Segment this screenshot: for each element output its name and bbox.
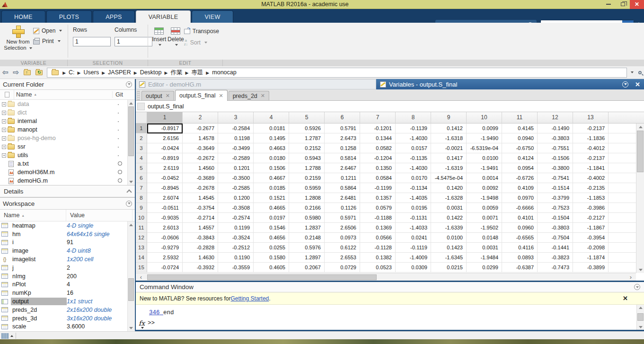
cell[interactable]: -0.0606 (147, 233, 183, 243)
new-from-selection-button[interactable]: New from Selection (3, 25, 33, 59)
row-header-10[interactable]: 10 (136, 213, 147, 223)
cell[interactable]: 0.1199 (218, 223, 254, 233)
cell[interactable]: 0.2148 (289, 233, 325, 243)
cell[interactable]: -1.4033 (396, 223, 431, 233)
column-header-13[interactable]: 13 (573, 112, 609, 123)
panel-menu-icon[interactable] (126, 81, 132, 88)
cell[interactable]: -0.2678 (183, 183, 218, 193)
cell[interactable]: -0.1441 (538, 243, 573, 253)
cell[interactable]: 0.1126 (325, 203, 360, 213)
cell[interactable]: -0.2677 (183, 123, 218, 133)
row-header-9[interactable]: 9 (136, 203, 147, 213)
cell[interactable]: 1.2787 (289, 133, 325, 143)
browse-folder-icon[interactable]: ↻ (35, 70, 43, 75)
folder-item-dict[interactable]: +dict (0, 108, 135, 117)
cell[interactable]: -1.9502 (467, 223, 502, 233)
minimize-button[interactable] (601, 0, 616, 9)
cell[interactable]: -1.6328 (431, 193, 467, 203)
column-header-4[interactable]: 4 (254, 112, 289, 123)
scrollbar-thumb[interactable] (147, 274, 377, 280)
cell[interactable]: 0.2166 (289, 203, 325, 213)
cell[interactable]: 0.0582 (360, 143, 396, 153)
workspace-var-nImg[interactable]: nImg200 (0, 272, 135, 281)
cell[interactable]: 0.0031 (431, 203, 467, 213)
cell[interactable]: 0.0973 (325, 233, 360, 243)
breadcrumb-segment[interactable]: monocap (210, 69, 238, 76)
folder-item-ssr[interactable]: +ssr (0, 142, 135, 151)
cell[interactable]: -0.2589 (218, 153, 254, 163)
breadcrumb-segment[interactable]: 專題 (189, 69, 205, 76)
expand-icon[interactable]: + (2, 119, 6, 123)
cell[interactable]: 0.5791 (325, 123, 360, 133)
cell[interactable]: -1.6339 (431, 223, 467, 233)
cell[interactable]: 0.0059 (467, 203, 502, 213)
row-header-4[interactable]: 4 (136, 153, 147, 163)
cell[interactable]: -0.3689 (183, 173, 218, 183)
breadcrumb[interactable]: ▶C:▶Users▶JASPER▶Desktop▶作業▶專題▶monocap (47, 68, 627, 78)
banner-close-icon[interactable]: ✕ (623, 295, 640, 302)
close-button[interactable]: ✕ (630, 0, 644, 9)
cell[interactable]: 0.4101 (502, 213, 538, 223)
cell[interactable]: 0.4145 (502, 123, 538, 133)
expand-icon[interactable]: + (2, 111, 6, 115)
cell[interactable]: 0.0157 (396, 143, 431, 153)
cell[interactable]: -0.2585 (218, 183, 254, 193)
folder-item-internal[interactable]: +internal (0, 117, 135, 125)
column-header-11[interactable]: 11 (502, 112, 538, 123)
breadcrumb-segment[interactable]: 作業 (168, 69, 184, 76)
insert-button[interactable]: Insert (151, 25, 168, 59)
cell[interactable]: -0.6387 (502, 263, 538, 273)
column-header-5[interactable]: 5 (289, 112, 325, 123)
cell[interactable]: -0.3649 (183, 143, 218, 153)
cell[interactable]: -1.9498 (467, 193, 502, 203)
expand-icon[interactable]: + (2, 102, 6, 106)
cell[interactable]: 0.5864 (325, 183, 360, 193)
table-vertical-scrollbar[interactable] (636, 123, 644, 273)
cell[interactable]: -1.4030 (396, 163, 431, 173)
cell[interactable]: 0.0893 (502, 253, 538, 263)
function-hints-icon[interactable]: fx (139, 319, 145, 327)
variables-title-bar[interactable]: Variables - output.S_final ✕ (376, 79, 644, 89)
panel-menu-icon[interactable] (634, 284, 640, 290)
cell[interactable]: -0.0021 (431, 143, 467, 153)
cell[interactable]: 0.4656 (254, 233, 289, 243)
cell[interactable]: -0.6750 (502, 143, 538, 153)
cell[interactable]: -0.7541 (538, 173, 573, 183)
open-button[interactable]: Open (33, 27, 62, 34)
cell[interactable]: -0.1204 (360, 153, 396, 163)
breadcrumb-segment[interactable]: Users (82, 69, 101, 76)
folder-item-data[interactable]: +data (0, 100, 135, 108)
row-header-13[interactable]: 13 (136, 243, 147, 253)
folder-item-demoH36M.m[interactable]: demoH36M.m (0, 168, 135, 176)
folder-item-demoHG.m[interactable]: demoHG.m (0, 176, 135, 185)
cell[interactable]: 1.4578 (183, 133, 218, 143)
cell[interactable]: 0.5959 (289, 183, 325, 193)
cell[interactable]: -0.2714 (183, 213, 218, 223)
scroll-right-icon[interactable]: › (626, 274, 636, 281)
cell[interactable]: 2.6481 (325, 193, 360, 203)
expand-icon[interactable]: + (2, 128, 6, 132)
cell[interactable]: -0.2828 (183, 243, 218, 253)
workspace-var-scale[interactable]: scale3.6000 (0, 323, 135, 331)
cell[interactable]: 0.5976 (289, 243, 325, 253)
cell[interactable]: -0.8917 (147, 123, 183, 133)
cell[interactable]: -0.1201 (360, 123, 396, 133)
cell[interactable]: -0.1134 (396, 183, 431, 193)
cell[interactable]: 2.5932 (147, 253, 183, 263)
cell[interactable]: -1.9491 (467, 163, 502, 173)
cell[interactable]: -0.6565 (502, 233, 538, 243)
cell[interactable]: -0.3986 (573, 203, 609, 213)
workspace-var-numKp[interactable]: numKp16 (0, 289, 135, 297)
cell[interactable]: -1.6319 (431, 163, 467, 173)
close-panel-icon[interactable]: ✕ (635, 81, 640, 88)
ribbon-tab-view[interactable]: VIEW (192, 10, 233, 23)
cell[interactable]: 0.0197 (254, 213, 289, 223)
cell[interactable]: 0.2067 (289, 263, 325, 273)
cell[interactable]: 0.0099 (467, 123, 502, 133)
cell[interactable]: 0.1201 (218, 163, 254, 173)
delete-button[interactable]: Delete (168, 25, 184, 59)
cell[interactable]: 0.5943 (289, 153, 325, 163)
cell[interactable]: 0.1258 (325, 143, 360, 153)
cell[interactable]: -0.1506 (538, 153, 573, 163)
column-header-8[interactable]: 8 (396, 112, 431, 123)
